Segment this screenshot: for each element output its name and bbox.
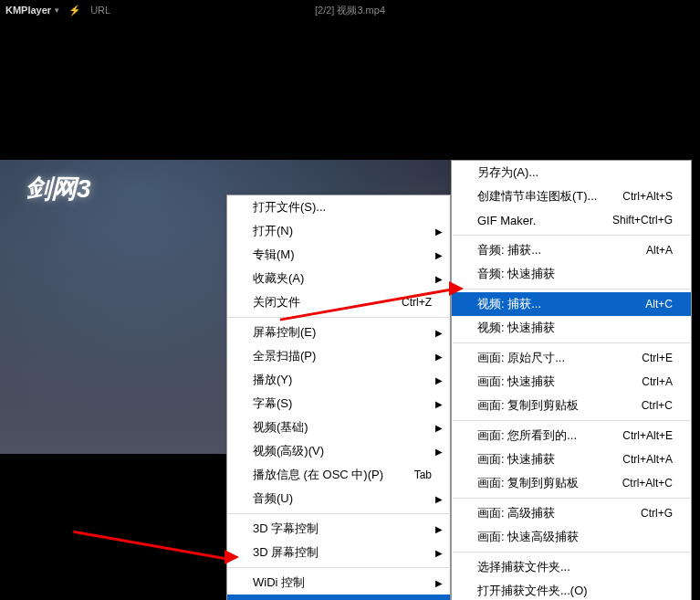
menu-shortcut: Shift+Ctrl+G: [612, 214, 673, 226]
context-menu-main[interactable]: 打开文件(S)...打开(N)▶专辑(M)▶收藏夹(A)▶关闭文件Ctrl+Z屏…: [226, 195, 451, 600]
menu-item[interactable]: 画面: 复制到剪贴板Ctrl+C: [452, 394, 691, 417]
menu-separator: [453, 552, 690, 553]
submenu-arrow-icon: ▶: [435, 494, 443, 504]
menu-item-label: 音频: 捕获...: [477, 242, 541, 258]
menu-item[interactable]: 视频(基础)▶: [227, 416, 450, 439]
menu-item[interactable]: 画面: 快速捕获Ctrl+Alt+A: [452, 447, 691, 471]
menu-item[interactable]: 画面: 快速捕获Ctrl+A: [452, 370, 691, 394]
menu-item-label: 画面: 复制到剪贴板: [477, 397, 579, 414]
menu-item-label: 收藏夹(A): [253, 270, 304, 287]
menu-item-label: 打开文件(S)...: [253, 199, 326, 216]
menu-separator: [228, 567, 449, 568]
menu-item-label: 打开(N): [253, 223, 293, 239]
menu-shortcut: Ctrl+C: [642, 399, 673, 412]
submenu-arrow-icon: ▶: [435, 274, 443, 284]
menu-item[interactable]: 屏幕控制(E)▶: [227, 321, 450, 344]
menu-item-label: 关闭文件: [253, 294, 300, 311]
menu-item[interactable]: 字幕(S)▶: [227, 392, 450, 416]
menu-item[interactable]: 播放信息 (在 OSC 中)(P)Tab: [227, 463, 450, 487]
menu-item-label: 画面: 快速捕获: [477, 451, 555, 468]
video-logo: 剑网3: [26, 172, 91, 206]
menu-item[interactable]: 视频: 捕获...Alt+C: [452, 292, 691, 316]
menu-shortcut: Ctrl+A: [642, 375, 673, 388]
menu-item[interactable]: 关闭文件Ctrl+Z: [227, 290, 450, 314]
menu-item[interactable]: 画面: 复制到剪贴板Ctrl+Alt+C: [452, 471, 691, 495]
menu-item[interactable]: 捕获(C)▶: [227, 595, 450, 600]
menu-item-label: 视频: 快速捕获: [477, 320, 555, 336]
menu-item[interactable]: 全景扫描(P)▶: [227, 344, 450, 368]
submenu-arrow-icon: ▶: [435, 548, 443, 558]
submenu-arrow-icon: ▶: [435, 423, 443, 433]
menu-item[interactable]: 3D 字幕控制▶: [227, 517, 450, 541]
submenu-arrow-icon: ▶: [435, 250, 443, 260]
menu-item[interactable]: 画面: 您所看到的...Ctrl+Alt+E: [452, 424, 691, 447]
menu-item-label: 打开捕获文件夹...(O): [477, 583, 588, 599]
menu-item[interactable]: 画面: 原始尺寸...Ctrl+E: [452, 346, 691, 370]
menu-item-label: 3D 屏幕控制: [253, 544, 319, 561]
menu-item[interactable]: 音频: 捕获...Alt+A: [452, 238, 691, 262]
menu-item-label: 画面: 原始尺寸...: [477, 350, 565, 366]
menu-separator: [453, 235, 690, 236]
menu-separator: [453, 420, 690, 421]
menu-item-label: 播放信息 (在 OSC 中)(P): [253, 467, 383, 483]
menu-item[interactable]: 打开(N)▶: [227, 219, 450, 243]
menu-item-label: 视频(基础): [253, 419, 308, 436]
letterbox-top: [0, 20, 700, 160]
submenu-arrow-icon: ▶: [435, 447, 443, 457]
context-submenu-capture[interactable]: 另存为(A)...创建情节串连图板(T)...Ctrl+Alt+SGIF Mak…: [451, 160, 692, 600]
bolt-icon[interactable]: ⚡: [68, 5, 81, 16]
menu-item[interactable]: 画面: 快速高级捕获: [452, 525, 691, 549]
menu-item-label: 音频(U): [253, 490, 293, 507]
menu-item-label: GIF Maker.: [477, 214, 536, 227]
menu-shortcut: Alt+A: [646, 244, 673, 257]
menu-item-label: 选择捕获文件夹...: [477, 559, 570, 575]
menu-separator: [228, 317, 449, 318]
menu-item-label: 视频(高级)(V): [253, 443, 324, 459]
menu-item[interactable]: 播放(Y)▶: [227, 368, 450, 392]
url-button[interactable]: URL: [90, 5, 110, 16]
menu-item-label: 3D 字幕控制: [253, 521, 319, 537]
submenu-arrow-icon: ▶: [435, 375, 443, 385]
menu-item[interactable]: 音频(U)▶: [227, 487, 450, 511]
submenu-arrow-icon: ▶: [435, 226, 443, 237]
menu-item[interactable]: 选择捕获文件夹...: [452, 555, 691, 579]
menu-shortcut: Ctrl+E: [642, 352, 673, 364]
menu-shortcut: Ctrl+Alt+C: [622, 477, 673, 489]
menu-item[interactable]: 视频: 快速捕获: [452, 316, 691, 340]
menu-item-label: 创建情节串连图板(T)...: [477, 188, 597, 205]
chevron-down-icon[interactable]: ▾: [55, 5, 59, 15]
menu-item-label: 音频: 快速捕获: [477, 266, 555, 282]
menu-shortcut: Ctrl+Alt+A: [622, 453, 673, 466]
menu-item[interactable]: 收藏夹(A)▶: [227, 267, 450, 290]
menu-item[interactable]: 专辑(M)▶: [227, 243, 450, 267]
menu-separator: [453, 289, 690, 289]
menu-item-label: WiDi 控制: [253, 574, 305, 591]
app-name[interactable]: KMPlayer: [5, 5, 51, 16]
menu-item[interactable]: 视频(高级)(V)▶: [227, 439, 450, 463]
menu-item-label: 画面: 复制到剪贴板: [477, 475, 579, 491]
menu-item[interactable]: 画面: 高级捕获Ctrl+G: [452, 501, 691, 525]
now-playing-label: [2/2] 视频3.mp4: [315, 4, 385, 17]
titlebar: KMPlayer ▾ ⚡ URL [2/2] 视频3.mp4: [0, 0, 700, 20]
menu-item-label: 字幕(S): [253, 395, 292, 412]
menu-item-label: 屏幕控制(E): [253, 324, 316, 341]
menu-item[interactable]: 音频: 快速捕获: [452, 262, 691, 286]
menu-item-label: 画面: 快速高级捕获: [477, 529, 579, 545]
menu-item[interactable]: 打开捕获文件夹...(O): [452, 579, 691, 600]
submenu-arrow-icon: ▶: [435, 328, 443, 338]
menu-separator: [453, 498, 690, 499]
menu-item[interactable]: 3D 屏幕控制▶: [227, 541, 450, 564]
menu-shortcut: Tab: [414, 468, 432, 481]
menu-item[interactable]: 创建情节串连图板(T)...Ctrl+Alt+S: [452, 184, 691, 208]
submenu-arrow-icon: ▶: [435, 352, 443, 362]
menu-item[interactable]: 另存为(A)...: [452, 161, 691, 184]
menu-item[interactable]: 打开文件(S)...: [227, 195, 450, 219]
menu-item-label: 画面: 您所看到的...: [477, 427, 577, 444]
menu-item[interactable]: GIF Maker.Shift+Ctrl+G: [452, 208, 691, 232]
menu-shortcut: Alt+C: [645, 298, 673, 311]
menu-shortcut: Ctrl+Z: [402, 296, 432, 309]
menu-item-label: 播放(Y): [253, 372, 292, 388]
menu-item[interactable]: WiDi 控制▶: [227, 571, 450, 595]
menu-shortcut: Ctrl+G: [641, 507, 673, 520]
menu-item-label: 画面: 高级捕获: [477, 505, 555, 521]
